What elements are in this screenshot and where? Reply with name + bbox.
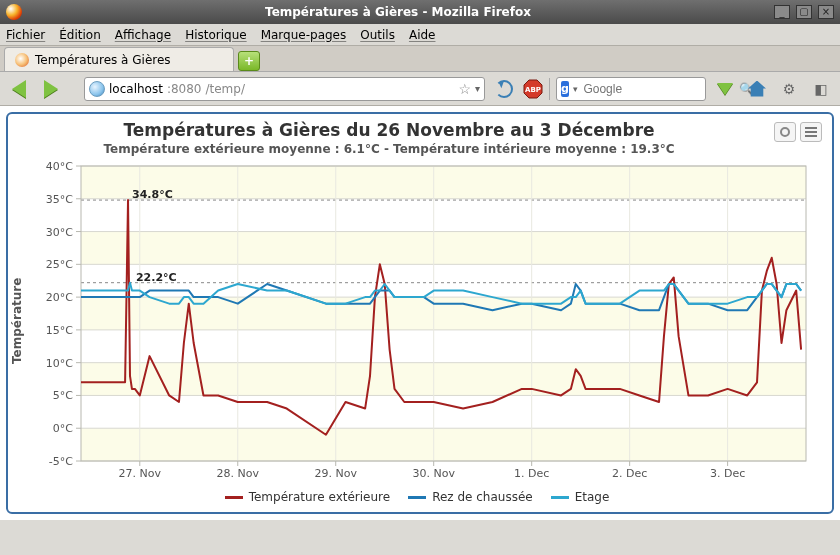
- chart-title: Températures à Gières du 26 Novembre au …: [8, 120, 770, 140]
- svg-rect-2: [81, 428, 806, 461]
- chart-subtitle: Température extérieure moyenne : 6.1°C -…: [8, 142, 770, 156]
- url-dropdown-icon[interactable]: ▾: [475, 83, 480, 94]
- svg-rect-5: [81, 330, 806, 363]
- hamburger-icon: [805, 127, 817, 137]
- addon-button-1[interactable]: ⚙: [776, 76, 802, 102]
- url-path: /temp/: [205, 82, 244, 96]
- firefox-icon: [6, 4, 22, 20]
- svg-text:10°C: 10°C: [46, 357, 73, 370]
- svg-text:30°C: 30°C: [46, 226, 73, 239]
- svg-text:25°C: 25°C: [46, 258, 73, 271]
- google-icon: g: [561, 81, 569, 97]
- svg-text:0°C: 0°C: [53, 422, 73, 435]
- menu-view[interactable]: Affichage: [115, 28, 171, 42]
- bug-icon: ⚙: [783, 81, 796, 97]
- adblock-button[interactable]: ABP: [523, 79, 543, 99]
- addon-icon: ◧: [814, 81, 827, 97]
- url-bar[interactable]: localhost:8080/temp/ ☆ ▾: [84, 77, 485, 101]
- svg-text:28. Nov: 28. Nov: [217, 467, 260, 480]
- arrow-right-icon: [44, 80, 58, 98]
- reload-icon: [495, 80, 513, 98]
- tab-label: Températures à Gières: [35, 53, 171, 67]
- download-icon: [717, 83, 733, 95]
- legend-item-exterior[interactable]: Température extérieure: [225, 490, 391, 504]
- url-host: localhost: [109, 82, 163, 96]
- window-titlebar: Températures à Gières - Mozilla Firefox …: [0, 0, 840, 24]
- window-title: Températures à Gières - Mozilla Firefox: [28, 5, 768, 19]
- svg-text:1. Dec: 1. Dec: [514, 467, 549, 480]
- chart-menu-button[interactable]: [800, 122, 822, 142]
- menu-file[interactable]: Fichier: [6, 28, 45, 42]
- home-button[interactable]: [744, 76, 770, 102]
- svg-rect-4: [81, 363, 806, 396]
- globe-icon: [89, 81, 105, 97]
- svg-text:34.8°C: 34.8°C: [132, 188, 173, 201]
- page-content: Températures à Gières du 26 Novembre au …: [0, 106, 840, 520]
- back-button[interactable]: [6, 76, 32, 102]
- svg-text:20°C: 20°C: [46, 291, 73, 304]
- svg-text:-5°C: -5°C: [49, 455, 73, 468]
- svg-text:29. Nov: 29. Nov: [314, 467, 357, 480]
- svg-text:27. Nov: 27. Nov: [119, 467, 162, 480]
- window-maximize-button[interactable]: ▢: [796, 5, 812, 19]
- chart-y-axis-label: Température: [8, 156, 26, 486]
- menu-history[interactable]: Historique: [185, 28, 247, 42]
- svg-text:5°C: 5°C: [53, 389, 73, 402]
- reload-button[interactable]: [491, 76, 517, 102]
- tab-favicon-icon: [15, 53, 29, 67]
- bookmark-star-icon[interactable]: ☆: [458, 81, 471, 97]
- svg-text:ABP: ABP: [525, 86, 541, 94]
- tab-strip: Températures à Gières +: [0, 46, 840, 72]
- nav-toolbar: localhost:8080/temp/ ☆ ▾ ABP g ▾ 🔍 ⚙ ◧: [0, 72, 840, 106]
- svg-text:15°C: 15°C: [46, 324, 73, 337]
- stop-icon: ABP: [523, 79, 543, 99]
- svg-rect-8: [81, 232, 806, 265]
- menu-tools[interactable]: Outils: [360, 28, 395, 42]
- search-bar[interactable]: g ▾ 🔍: [556, 77, 706, 101]
- addon-button-2[interactable]: ◧: [808, 76, 834, 102]
- url-port: :8080: [167, 82, 202, 96]
- tab-active[interactable]: Températures à Gières: [4, 47, 234, 71]
- chart-plot[interactable]: -5°C0°C5°C10°C15°C20°C25°C30°C35°C40°C27…: [26, 156, 816, 486]
- svg-rect-3: [81, 395, 806, 428]
- menu-bar: Fichier Édition Affichage Historique Mar…: [0, 24, 840, 46]
- svg-rect-9: [81, 199, 806, 232]
- menu-help[interactable]: Aide: [409, 28, 436, 42]
- chart-legend: Température extérieure Rez de chaussée E…: [8, 486, 826, 508]
- svg-text:2. Dec: 2. Dec: [612, 467, 647, 480]
- menu-bookmarks[interactable]: Marque-pages: [261, 28, 347, 42]
- home-icon: [748, 81, 766, 97]
- svg-text:3. Dec: 3. Dec: [710, 467, 745, 480]
- legend-item-etage[interactable]: Etage: [551, 490, 610, 504]
- svg-text:35°C: 35°C: [46, 193, 73, 206]
- chart-zoom-button[interactable]: [774, 122, 796, 142]
- downloads-button[interactable]: [712, 76, 738, 102]
- svg-text:22.2°C: 22.2°C: [136, 271, 177, 284]
- circle-icon: [780, 127, 790, 137]
- window-minimize-button[interactable]: _: [774, 5, 790, 19]
- forward-button[interactable]: [38, 76, 64, 102]
- arrow-left-icon: [12, 80, 26, 98]
- menu-edit[interactable]: Édition: [59, 28, 101, 42]
- new-tab-button[interactable]: +: [238, 51, 260, 71]
- svg-text:30. Nov: 30. Nov: [412, 467, 455, 480]
- svg-text:40°C: 40°C: [46, 160, 73, 173]
- svg-rect-10: [81, 166, 806, 199]
- legend-item-rdc[interactable]: Rez de chaussée: [408, 490, 533, 504]
- search-engine-dropdown-icon[interactable]: ▾: [573, 84, 578, 94]
- chart-container: Températures à Gières du 26 Novembre au …: [6, 112, 834, 514]
- window-close-button[interactable]: ×: [818, 5, 834, 19]
